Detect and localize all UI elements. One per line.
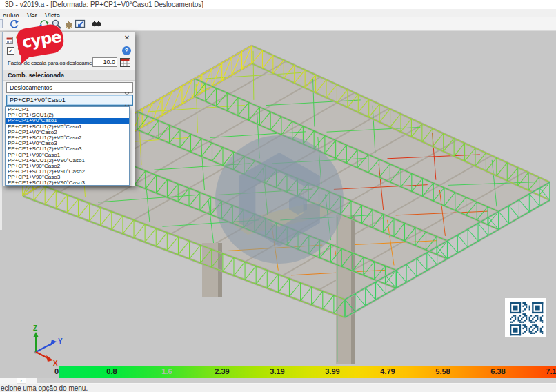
status-bar: ecione uma opção do menu. xyxy=(0,384,556,392)
close-icon[interactable]: ✕ xyxy=(122,33,132,43)
dialog-icon xyxy=(6,35,13,47)
scroll-left-icon[interactable]: ‹ xyxy=(17,378,26,384)
zoom-window-icon[interactable] xyxy=(51,19,62,30)
orbit-icon[interactable] xyxy=(39,19,50,30)
calculator-icon[interactable] xyxy=(120,57,130,70)
dialog-title-bar: C ✕ xyxy=(3,32,135,44)
toolbar xyxy=(0,17,556,31)
combination-value: PP+CP1+V0°Caso1 xyxy=(10,97,66,104)
combination-combobox[interactable]: PP+CP1+V0°Caso1 xyxy=(6,95,133,106)
result-type-combobox[interactable]: Deslocamentos xyxy=(6,82,133,93)
group-header: Comb. selecionada xyxy=(3,70,135,81)
undo-icon[interactable] xyxy=(8,19,19,30)
scale-tick-label: 3.19 xyxy=(270,367,284,375)
app-window: ZYX 3D - v2019.a - [Deformada: PP+CP1+V0… xyxy=(0,0,556,392)
scale-tick-label: 5.58 xyxy=(435,367,450,375)
help-icon[interactable]: ? xyxy=(122,46,131,55)
scale-tick-label: 7.18 xyxy=(546,367,556,375)
chevron-down-icon xyxy=(124,99,130,103)
scale-factor-input[interactable]: 10.0 xyxy=(92,57,117,67)
scale-tick-label: 4.79 xyxy=(380,367,395,375)
scale-tick-label: 3.99 xyxy=(325,367,339,375)
pan-icon[interactable] xyxy=(63,19,75,30)
clipped-toolbar-icon[interactable] xyxy=(0,19,3,28)
combo-list-item[interactable]: PP+CP1+SCU1(2)+V90°Caso3 xyxy=(6,180,129,186)
search-icon[interactable] xyxy=(91,19,102,30)
combination-dropdown-list: PP+CP1PP+CP1+SCU1(2)PP+CP1+V0°Caso1PP+CP… xyxy=(5,106,130,186)
status-text: ecione uma opção do menu. xyxy=(1,384,88,392)
dialog-title: C xyxy=(16,34,21,41)
checkbox-label: V xyxy=(18,47,22,54)
scale-tick-label: 1.6 xyxy=(161,367,172,375)
color-gradient xyxy=(59,366,556,378)
menu-bar: quivoVerVista xyxy=(0,9,556,17)
toolbar-separator xyxy=(86,19,86,29)
fullscreen-icon[interactable] xyxy=(75,19,86,30)
svg-text:Z: Z xyxy=(33,324,37,332)
displacement-color-scale: 00.81.62.393.193.994.795.586.387.18 xyxy=(0,366,556,378)
scrollbar-thumb[interactable] xyxy=(37,378,556,383)
scale-tick-label: 2.39 xyxy=(215,367,229,375)
chevron-down-icon xyxy=(124,86,130,90)
group-header-label: Comb. selecionada xyxy=(8,72,64,79)
scale-tick-label: 0 xyxy=(54,367,59,375)
window-title: 3D - v2019.a - [Deformada: PP+CP1+V0°Cas… xyxy=(5,0,203,9)
show-deformed-checkbox[interactable]: ✓ xyxy=(7,47,14,55)
result-type-value: Deslocamentos xyxy=(10,84,52,91)
svg-text:Y: Y xyxy=(58,337,63,345)
scale-tick-label: 6.38 xyxy=(490,367,505,375)
horizontal-scrollbar[interactable]: ‹ xyxy=(0,378,556,384)
scale-tick-label: 0.8 xyxy=(106,367,117,375)
title-bar: 3D - v2019.a - [Deformada: PP+CP1+V0°Cas… xyxy=(0,0,556,9)
deformada-dialog: C ✕ ✓ V ? Factor de escala para os deslo… xyxy=(2,32,135,186)
scale-factor-label: Factor de escala para os deslocamentos xyxy=(8,60,101,66)
